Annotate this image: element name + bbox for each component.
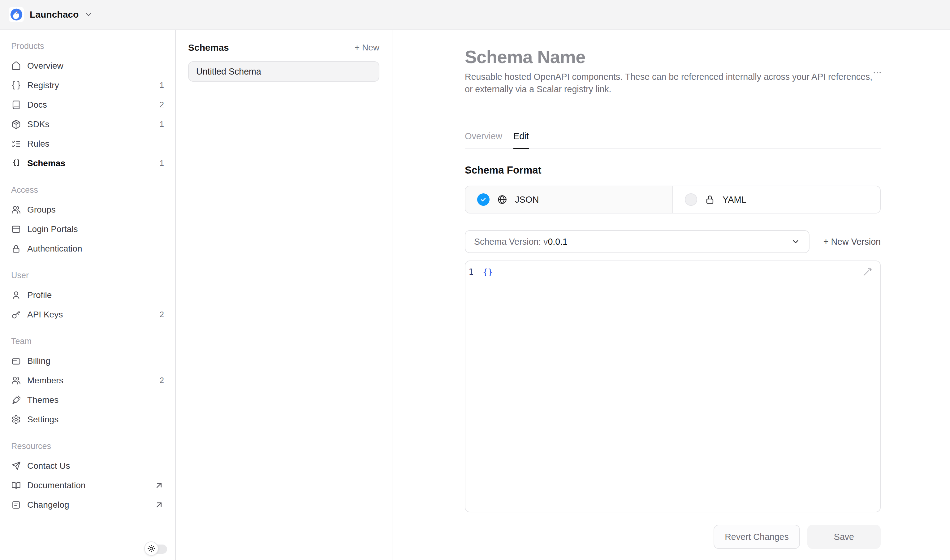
sidebar-item-login-portals[interactable]: Login Portals — [11, 219, 164, 239]
app: Launchaco ProductsOverviewRegistry1Docs2… — [0, 0, 950, 560]
theme-toggle-knob[interactable] — [144, 542, 159, 556]
send-icon — [11, 461, 21, 471]
sidebar-item-label: Login Portals — [27, 224, 78, 234]
sidebar-item-docs[interactable]: Docs2 — [11, 95, 164, 114]
line-number: 1 — [468, 266, 483, 278]
format-label-json: JSON — [515, 195, 539, 205]
count-badge: 2 — [160, 375, 164, 385]
sidebar-item-schemas[interactable]: Schemas1 — [11, 154, 164, 173]
lock-icon — [705, 194, 715, 205]
sidebar-item-label: Groups — [27, 205, 56, 215]
key-icon — [11, 310, 21, 320]
sidebar-item-label: Changelog — [27, 500, 69, 510]
sidebar-item-label: SDKs — [27, 119, 49, 129]
schema-list: Untitled Schema — [188, 61, 379, 82]
schemas-panel: Schemas + New Untitled Schema — [176, 30, 393, 560]
sidebar-item-authentication[interactable]: Authentication — [11, 239, 164, 258]
count-badge: 1 — [160, 158, 164, 168]
unselected-radio — [685, 193, 697, 206]
sidebar-item-billing[interactable]: Billing — [11, 351, 164, 371]
tabs: Overview Edit — [465, 129, 881, 149]
schemas-panel-title: Schemas — [188, 42, 229, 53]
sidebar-item-label: Overview — [27, 61, 63, 71]
chevron-down-icon — [791, 237, 800, 246]
tab-overview[interactable]: Overview — [465, 129, 502, 143]
sidebar-item-label: Schemas — [27, 158, 65, 168]
sidebar-item-profile[interactable]: Profile — [11, 285, 164, 305]
page-description: Reusable hosted OpenAPI components. Thes… — [465, 71, 881, 95]
workspace-name: Launchaco — [30, 9, 79, 20]
user-icon — [11, 290, 21, 300]
sidebar-section-title: Products — [11, 37, 164, 56]
package-icon — [11, 119, 21, 129]
globe-icon — [497, 194, 508, 205]
sidebar-item-label: Themes — [27, 395, 59, 405]
sidebar-item-settings[interactable]: Settings — [11, 410, 164, 429]
sidebar-section-access: AccessGroupsLogin PortalsAuthentication — [11, 180, 164, 258]
sidebar-item-rules[interactable]: Rules — [11, 134, 164, 154]
sidebar-section-title: Access — [11, 180, 164, 200]
sidebar-section-title: Resources — [11, 437, 164, 456]
wallet-icon — [11, 356, 21, 366]
sidebar-item-contact-us[interactable]: Contact Us — [11, 456, 164, 475]
sidebar-item-overview[interactable]: Overview — [11, 56, 164, 75]
count-badge: 2 — [160, 100, 164, 109]
count-badge: 2 — [160, 310, 164, 319]
schema-format-title: Schema Format — [465, 163, 881, 177]
count-badge: 1 — [160, 80, 164, 90]
sidebar-section-products: ProductsOverviewRegistry1Docs2SDKs1Rules… — [11, 37, 164, 173]
sidebar-item-documentation[interactable]: Documentation — [11, 475, 164, 495]
chevron-down-icon — [84, 10, 93, 19]
sidebar-item-groups[interactable]: Groups — [11, 200, 164, 219]
format-label-yaml: YAML — [722, 195, 747, 205]
sidebar-item-api-keys[interactable]: API Keys2 — [11, 305, 164, 324]
sidebar-item-label: Registry — [27, 80, 59, 90]
code-editor[interactable]: 1{} — [465, 260, 881, 512]
schema-list-item[interactable]: Untitled Schema — [188, 61, 379, 82]
sidebar-item-themes[interactable]: Themes — [11, 390, 164, 410]
list-checks-icon — [11, 139, 21, 149]
sidebar-item-members[interactable]: Members2 — [11, 371, 164, 390]
schema-version-select[interactable]: Schema Version: v0.0.1 — [465, 230, 810, 253]
save-button[interactable]: Save — [807, 525, 881, 549]
sidebar: ProductsOverviewRegistry1Docs2SDKs1Rules… — [0, 30, 176, 560]
selected-radio — [477, 193, 490, 206]
sidebar-item-label: Documentation — [27, 480, 85, 491]
sidebar-item-label: Profile — [27, 290, 52, 300]
book-icon — [11, 100, 21, 110]
new-version-button[interactable]: + New Version — [824, 237, 881, 247]
sidebar-item-registry[interactable]: Registry1 — [11, 75, 164, 95]
code-line: 1{} — [465, 261, 880, 278]
sidebar-item-label: Docs — [27, 100, 47, 110]
theme-toggle[interactable] — [145, 545, 167, 554]
page-title: Schema Name — [465, 47, 881, 67]
sidebar-item-label: Members — [27, 375, 63, 386]
sidebar-item-label: API Keys — [27, 310, 63, 320]
sidebar-section-resources: ResourcesContact UsDocumentationChangelo… — [11, 437, 164, 514]
note-icon — [11, 500, 21, 510]
lock-icon — [11, 244, 21, 254]
tab-edit[interactable]: Edit — [513, 129, 529, 143]
sidebar-section-title: Team — [11, 332, 164, 351]
external-link-icon — [154, 480, 164, 491]
sidebar-item-changelog[interactable]: Changelog — [11, 495, 164, 514]
magic-wand-icon[interactable] — [862, 267, 872, 277]
sidebar-sections: ProductsOverviewRegistry1Docs2SDKs1Rules… — [0, 30, 175, 514]
version-value: 0.0.1 — [548, 237, 568, 247]
revert-changes-button[interactable]: Revert Changes — [714, 525, 800, 549]
check-icon — [480, 196, 487, 203]
book-open-icon — [11, 480, 21, 491]
sidebar-section-user: UserProfileAPI Keys2 — [11, 266, 164, 324]
sidebar-item-sdks[interactable]: SDKs1 — [11, 114, 164, 134]
new-schema-button[interactable]: + New — [355, 43, 379, 52]
workspace-switcher[interactable]: Launchaco — [9, 7, 93, 22]
more-options-button[interactable] — [871, 67, 883, 78]
code-content: {} — [483, 266, 493, 278]
format-option-yaml[interactable]: YAML — [673, 186, 880, 213]
format-option-json[interactable]: JSON — [465, 186, 673, 213]
ellipsis-icon — [873, 68, 882, 77]
sidebar-footer — [0, 538, 175, 560]
window-icon — [11, 224, 21, 234]
unicorn-logo-icon — [9, 7, 24, 22]
main-content: Schema Name Reusable hosted OpenAPI comp… — [393, 30, 950, 560]
